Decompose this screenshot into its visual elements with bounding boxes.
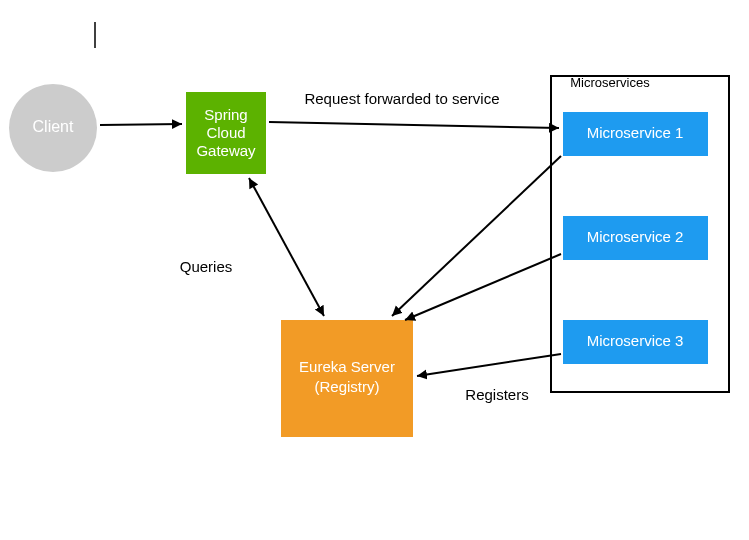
microservice-2-node: Microservice 2 xyxy=(563,216,708,260)
gateway-node: Spring Cloud Gateway xyxy=(186,92,266,174)
microservice-1-label: Microservice 1 xyxy=(587,124,684,141)
eureka-label-line1: Eureka Server xyxy=(299,358,395,375)
microservices-container-title: Microservices xyxy=(570,75,650,90)
edge-ms1-to-eureka xyxy=(392,156,561,316)
gateway-label-line1: Spring xyxy=(204,106,247,123)
edge-gateway-to-ms1 xyxy=(269,122,559,128)
edge-ms3-to-eureka xyxy=(417,354,561,376)
architecture-diagram: Microservices Client Spring Cloud Gatewa… xyxy=(0,0,749,540)
microservice-3-node: Microservice 3 xyxy=(563,320,708,364)
client-node: Client xyxy=(9,84,97,172)
edge-ms-to-eureka-label: Registers xyxy=(465,386,528,403)
client-label: Client xyxy=(33,118,74,135)
edge-gateway-to-ms1-label: Request forwarded to service xyxy=(304,90,499,107)
edge-gateway-eureka xyxy=(249,178,324,316)
microservice-1-node: Microservice 1 xyxy=(563,112,708,156)
edge-client-to-gateway xyxy=(100,124,182,125)
eureka-node: Eureka Server (Registry) xyxy=(281,320,413,437)
edge-gateway-eureka-label: Queries xyxy=(180,258,233,275)
edge-ms2-to-eureka xyxy=(405,254,561,320)
microservice-3-label: Microservice 3 xyxy=(587,332,684,349)
microservice-2-label: Microservice 2 xyxy=(587,228,684,245)
eureka-label-line2: (Registry) xyxy=(314,378,379,395)
gateway-label-line3: Gateway xyxy=(196,142,256,159)
gateway-label-line2: Cloud xyxy=(206,124,245,141)
